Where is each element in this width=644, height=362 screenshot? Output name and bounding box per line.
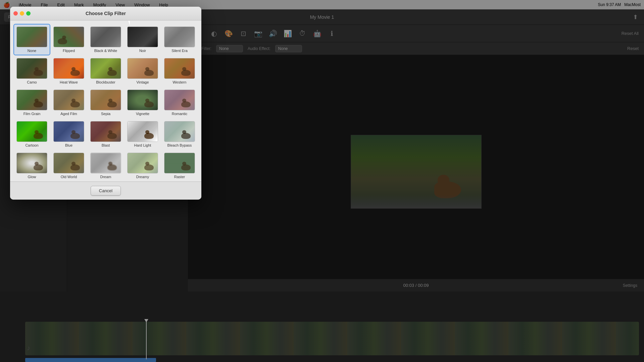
filter-item-noir[interactable]: Noir [124,24,161,55]
thumb-bear-blockbuster [107,70,117,76]
filter-item-dreamy[interactable]: Dreamy [124,150,161,182]
filter-item-sepia[interactable]: Sepia [87,87,124,118]
filter-name-blue: Blue [65,143,72,147]
filter-name-glow: Glow [28,175,36,179]
thumb-inner-silent [164,27,195,47]
filter-thumb-oldworld [53,153,84,173]
thumb-bear-oldworld [70,164,80,170]
thumb-inner-bleach [164,121,195,142]
filter-item-blockbuster[interactable]: Blockbuster [87,55,124,87]
thumb-bear-blast [107,133,117,139]
filter-item-agedfilm[interactable]: Aged Film [50,87,87,118]
thumb-bear-vintage [144,70,154,76]
thumb-inner-none [17,27,47,47]
filter-item-vignette[interactable]: Vignette [124,87,161,118]
filter-name-noir: Noir [139,49,146,53]
thumb-bear-raster [181,164,191,170]
thumb-inner-noir [128,27,158,47]
filter-thumb-none [16,27,47,47]
thumb-bear-filmgrain [34,101,43,107]
thumb-inner-heatwave [54,58,84,79]
filter-item-glow[interactable]: Glow [13,150,50,182]
filter-item-blue[interactable]: Blue [50,118,87,150]
filter-thumb-dreamy [127,153,158,173]
filter-item-hardlight[interactable]: Hard Light [124,118,161,150]
thumb-inner-dream [91,153,121,173]
filter-item-camo[interactable]: Camo [13,55,50,87]
thumb-bear-cartoon [34,133,43,139]
modal-overlay: Choose Clip Filter NoneFlippedBlack & Wh… [0,0,644,362]
filter-item-heatwave[interactable]: Heat Wave [50,55,87,87]
filter-dialog-footer: Cancel [10,182,201,200]
thumb-inner-agedfilm [54,90,84,110]
filter-thumb-vintage [127,58,158,79]
filter-item-bleach[interactable]: Bleach Bypass [161,118,198,150]
thumb-inner-romantic [164,90,195,110]
filter-item-romantic[interactable]: Romantic [161,87,198,118]
filter-name-western: Western [173,80,187,84]
maximize-button[interactable] [26,11,31,16]
filter-name-agedfilm: Aged Film [60,112,77,116]
thumb-bear-dreamy [144,164,154,170]
thumb-bear-flipped [58,38,67,44]
filter-item-dream[interactable]: Dream [87,150,124,182]
filter-item-bw[interactable]: Black & White [87,24,124,55]
filter-thumb-cartoon [16,121,47,142]
dialog-title: Choose Clip Filter [86,11,126,16]
filter-name-vignette: Vignette [136,112,149,116]
filter-thumb-dream [90,153,121,173]
filter-item-western[interactable]: Western [161,55,198,87]
filter-name-oldworld: Old World [61,175,77,179]
thumb-bear-blue [70,133,80,139]
filter-name-bw: Black & White [94,49,117,53]
filter-name-filmgrain: Film Grain [23,112,41,116]
thumb-inner-dreamy [128,153,158,173]
minimize-button[interactable] [20,11,24,16]
filter-item-none[interactable]: None [13,24,50,55]
filter-name-bleach: Bleach Bypass [167,143,192,147]
filter-item-cartoon[interactable]: Cartoon [13,118,50,150]
filter-thumb-flipped [53,27,84,47]
filter-thumb-heatwave [53,58,84,79]
close-button[interactable] [13,11,18,16]
filter-thumb-blue [53,121,84,142]
filter-thumb-blockbuster [90,58,121,79]
thumb-inner-camo [17,58,47,79]
filter-thumb-noir [127,27,158,47]
thumb-inner-vignette [128,90,158,110]
filter-name-hardlight: Hard Light [134,143,151,147]
filter-thumb-romantic [164,90,195,110]
cancel-button[interactable]: Cancel [91,186,121,196]
filter-name-silent: Silent Era [171,49,188,53]
thumb-inner-sepia [91,90,121,110]
filter-name-blockbuster: Blockbuster [96,80,115,84]
filter-thumb-glow [16,153,47,173]
thumb-inner-bw [91,27,121,47]
filter-item-blast[interactable]: Blast [87,118,124,150]
filter-name-dreamy: Dreamy [136,175,149,179]
filter-dialog: Choose Clip Filter NoneFlippedBlack & Wh… [10,7,201,200]
thumb-bear-camo [34,70,43,76]
thumb-bear-western [181,70,191,76]
thumb-inner-glow [17,153,47,173]
filter-item-vintage[interactable]: Vintage [124,55,161,87]
filter-thumb-sepia [90,90,121,110]
filter-item-oldworld[interactable]: Old World [50,150,87,182]
filter-name-none: None [28,49,36,53]
thumb-bear-agedfilm [70,101,80,107]
filter-name-raster: Raster [174,175,185,179]
filter-item-flipped[interactable]: Flipped [50,24,87,55]
filter-thumb-silent [164,27,195,47]
filter-item-filmgrain[interactable]: Film Grain [13,87,50,118]
filter-grid: NoneFlippedBlack & WhiteNoirSilent EraCa… [10,20,201,182]
filter-thumb-bw [90,27,121,47]
thumb-bear-romantic [181,101,191,107]
thumb-bear-glow [34,164,43,170]
thumb-inner-flipped [54,27,84,47]
thumb-inner-cartoon [17,121,47,142]
filter-thumb-camo [16,58,47,79]
filter-thumb-filmgrain [16,90,47,110]
thumb-inner-oldworld [54,153,84,173]
filter-item-raster[interactable]: Raster [161,150,198,182]
filter-item-silent[interactable]: Silent Era [161,24,198,55]
